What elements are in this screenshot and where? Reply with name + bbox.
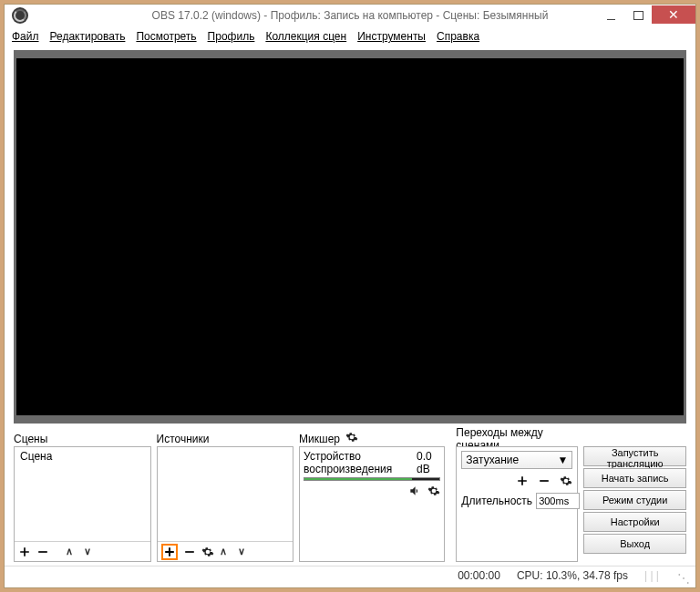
maximize-button[interactable]	[624, 5, 652, 26]
speaker-icon[interactable]	[407, 485, 422, 500]
scene-down-button[interactable]: ∨	[84, 546, 97, 558]
menu-help[interactable]: Справка	[437, 30, 479, 43]
dropdown-arrow-icon: ▼	[557, 454, 568, 466]
sources-title: Источники	[157, 431, 294, 446]
duration-label: Длительность	[461, 495, 532, 507]
controls-panel: Запустить трансляцию Начать запись Режим…	[583, 431, 686, 562]
scenes-title: Сцены	[14, 431, 151, 446]
menu-view[interactable]: Посмотреть	[136, 30, 196, 43]
menu-profile[interactable]: Профиль	[208, 30, 255, 43]
sources-box: ∧ ∨	[157, 446, 294, 562]
menu-tools[interactable]: Инструменты	[357, 30, 426, 43]
minimize-button[interactable]	[597, 5, 624, 26]
scenes-box: Сцена ∧ ∨	[14, 446, 151, 562]
add-source-button[interactable]	[161, 544, 178, 560]
transition-selected: Затухание	[466, 454, 519, 466]
transition-select[interactable]: Затухание ▼	[461, 451, 572, 469]
app-window: OBS 17.0.2 (windows) - Профиль: Запись н…	[4, 4, 696, 588]
window-controls: ✕	[597, 5, 695, 26]
scenes-list[interactable]: Сцена	[15, 447, 150, 541]
status-cpu: CPU: 10.3%, 34.78 fps	[517, 569, 628, 582]
mixer-db-value: 0.0 dB	[417, 450, 440, 475]
start-recording-button[interactable]: Начать запись	[583, 468, 686, 488]
source-up-button[interactable]: ∧	[220, 546, 232, 558]
bottom-panels: Сцены Сцена ∧ ∨ Источники	[5, 431, 695, 566]
menu-edit[interactable]: Редактировать	[50, 30, 126, 43]
mixer-panel: Микшер Устройство воспроизведения 0.0 dB	[299, 431, 445, 562]
transitions-box: Затухание ▼ Длительность ▲▼	[456, 446, 578, 562]
mixer-volume-meter	[304, 477, 440, 481]
preview-canvas[interactable]	[16, 58, 684, 415]
menu-scene-collection[interactable]: Коллекция сцен	[265, 30, 346, 43]
resize-grip-icon[interactable]	[675, 569, 688, 582]
close-button[interactable]: ✕	[652, 5, 695, 24]
statusbar: 00:00:00 CPU: 10.3%, 34.78 fps | | |	[5, 566, 695, 584]
start-streaming-button[interactable]: Запустить трансляцию	[583, 446, 686, 466]
menu-file[interactable]: Файл	[12, 30, 39, 43]
mixer-channel-controls	[304, 485, 440, 500]
scene-up-button[interactable]: ∧	[66, 546, 78, 558]
mixer-title: Микшер	[299, 433, 340, 445]
scene-item[interactable]: Сцена	[15, 447, 150, 465]
transition-buttons	[461, 475, 572, 487]
scenes-panel: Сцены Сцена ∧ ∨	[14, 431, 151, 562]
channel-settings-icon[interactable]	[427, 485, 440, 500]
remove-scene-button[interactable]	[36, 546, 49, 558]
mixer-box: Устройство воспроизведения 0.0 dB	[299, 446, 445, 562]
obs-logo-icon	[12, 7, 28, 24]
remove-transition-button[interactable]	[538, 475, 551, 487]
add-transition-button[interactable]	[516, 475, 529, 487]
transitions-panel: Переходы между сценами Затухание ▼ Длите…	[456, 431, 578, 562]
sources-panel: Источники ∧ ∨	[157, 431, 294, 562]
status-time: 00:00:00	[458, 569, 500, 582]
titlebar[interactable]: OBS 17.0.2 (windows) - Профиль: Запись н…	[5, 5, 695, 26]
menubar: Файл Редактировать Посмотреть Профиль Ко…	[5, 26, 695, 46]
transition-settings-button[interactable]	[560, 475, 572, 487]
transition-duration-row: Длительность ▲▼	[461, 493, 572, 509]
mixer-settings-icon[interactable]	[345, 431, 358, 446]
scenes-toolbar: ∧ ∨	[15, 541, 150, 561]
sources-list[interactable]	[158, 447, 293, 541]
duration-input[interactable]	[536, 493, 580, 509]
exit-button[interactable]: Выход	[583, 534, 686, 554]
settings-button[interactable]: Настройки	[583, 512, 686, 532]
source-settings-button[interactable]	[201, 546, 214, 558]
studio-mode-button[interactable]: Режим студии	[583, 490, 686, 510]
add-scene-button[interactable]	[18, 546, 31, 558]
mixer-device-label: Устройство воспроизведения	[304, 450, 417, 475]
transitions-title: Переходы между сценами	[456, 431, 578, 446]
sources-toolbar: ∧ ∨	[158, 541, 293, 561]
remove-source-button[interactable]	[183, 546, 196, 558]
source-down-button[interactable]: ∨	[238, 546, 251, 558]
window-title: OBS 17.0.2 (windows) - Профиль: Запись н…	[5, 9, 695, 22]
preview-container	[14, 50, 686, 424]
mixer-header: Микшер	[299, 431, 445, 446]
mixer-channel-row: Устройство воспроизведения 0.0 dB	[304, 450, 440, 475]
